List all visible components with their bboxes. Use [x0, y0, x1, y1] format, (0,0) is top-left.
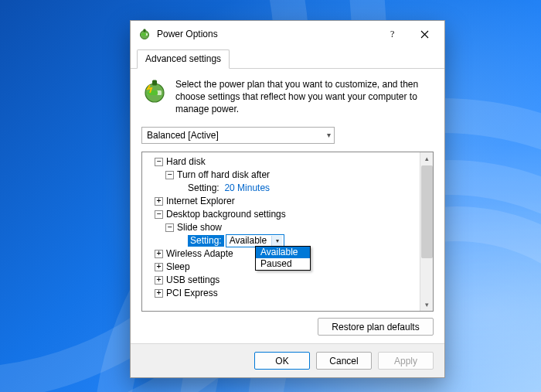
dropdown-option-paused[interactable]: Paused [256, 258, 310, 270]
cancel-button[interactable]: Cancel [316, 352, 372, 370]
power-plan-selected: Balanced [Active] [147, 130, 219, 141]
dialog-footer: OK Cancel Apply [131, 343, 444, 377]
collapse-icon[interactable]: − [165, 223, 174, 232]
scroll-down-icon[interactable]: ▾ [420, 298, 433, 311]
collapse-icon[interactable]: − [155, 158, 163, 166]
settings-tree: − Hard disk − Turn off hard disk after S… [141, 152, 434, 312]
ok-button[interactable]: OK [254, 352, 310, 370]
chevron-down-icon: ▾ [327, 131, 331, 139]
tree-node-slide-show[interactable]: − Slide show [144, 221, 418, 234]
svg-rect-3 [141, 33, 146, 36]
apply-button[interactable]: Apply [378, 352, 434, 370]
window-title: Power Options [157, 29, 378, 39]
power-options-icon [138, 28, 151, 40]
restore-plan-defaults-button[interactable]: Restore plan defaults [318, 318, 434, 336]
power-plan-select[interactable]: Balanced [Active] ▾ [141, 127, 335, 144]
tree-node-usb-settings[interactable]: + USB settings [144, 274, 418, 287]
scroll-thumb[interactable] [421, 165, 433, 258]
tree-node-hard-disk[interactable]: − Hard disk [144, 155, 418, 169]
dropdown-option-available[interactable]: Available [256, 247, 310, 258]
expand-icon[interactable]: + [155, 263, 163, 271]
expand-icon[interactable]: + [155, 197, 163, 206]
scroll-up-icon[interactable]: ▴ [420, 152, 433, 165]
tab-strip: Advanced settings [131, 49, 444, 69]
close-button[interactable] [409, 23, 440, 45]
svg-rect-10 [148, 90, 158, 95]
expand-icon[interactable]: + [155, 276, 163, 285]
chevron-down-icon[interactable]: ▾ [271, 236, 282, 246]
tree-node-internet-explorer[interactable]: + Internet Explorer [144, 195, 418, 208]
expand-icon[interactable]: + [155, 289, 163, 298]
titlebar[interactable]: Power Options ? [131, 21, 444, 47]
collapse-icon[interactable]: − [155, 210, 163, 219]
slide-show-dropdown-popup[interactable]: Available Paused [255, 246, 311, 271]
description-text: Select the power plan that you want to c… [175, 78, 434, 116]
tree-node-desktop-background[interactable]: − Desktop background settings [144, 208, 418, 221]
help-button[interactable]: ? [378, 23, 409, 45]
power-options-dialog: Power Options ? Advanced settings Select… [130, 20, 445, 378]
svg-rect-1 [144, 29, 146, 32]
setting-label-selected: Setting: [188, 235, 224, 247]
collapse-icon[interactable]: − [165, 171, 174, 179]
tab-pane: Select the power plan that you want to c… [131, 69, 444, 343]
tree-node-hard-disk-setting[interactable]: Setting: 20 Minutes [144, 182, 418, 195]
power-plan-icon [141, 78, 168, 104]
svg-text:?: ? [390, 29, 394, 39]
tree-node-pci-express[interactable]: + PCI Express [144, 287, 418, 300]
expand-icon[interactable]: + [155, 250, 163, 258]
tree-scrollbar[interactable]: ▴ ▾ [420, 152, 433, 311]
hard-disk-value[interactable]: 20 Minutes [224, 182, 270, 193]
tab-advanced-settings[interactable]: Advanced settings [137, 49, 230, 69]
svg-rect-8 [152, 80, 157, 86]
tree-node-turn-off-hard-disk[interactable]: − Turn off hard disk after [144, 169, 418, 182]
